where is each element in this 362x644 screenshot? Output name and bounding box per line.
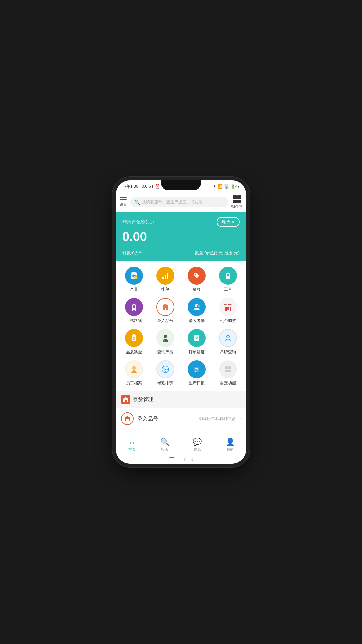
orderprog-label: 订单进度 [189, 349, 205, 355]
home-indicator-back: ‹ [191, 456, 193, 463]
nav-item-mine[interactable]: 👤 我的 [214, 434, 247, 455]
hamburger-icon [120, 197, 127, 201]
speed: 0.0K/s [142, 184, 153, 189]
custom-label: 自定功能 [220, 380, 236, 386]
grid-item-machine[interactable]: TAJIMA 机台调整 [213, 298, 244, 324]
header: 设置 🔍 找绣花版带、查生产进度、找功能 扫条码 [116, 193, 246, 212]
employee-icon [125, 360, 143, 378]
hero-divider [122, 247, 240, 247]
search-icon: 🔍 [134, 200, 140, 205]
time: 下午1:36 [122, 184, 138, 190]
svg-point-27 [227, 335, 229, 338]
hero-top: 昨天产值额(元) 昨天 ▾ [122, 217, 240, 227]
battery-icon: 🔋47 [230, 184, 240, 189]
svg-point-33 [195, 371, 196, 372]
grid-item-schedule[interactable]: 排单 [150, 267, 181, 292]
qr-icon [233, 195, 241, 203]
status-bar: 下午1:36 | 0.0K/s ⏰ ✦ 📶 📡 🔋47 [116, 180, 246, 193]
grid-item-tag[interactable]: 吊牌 [181, 267, 213, 292]
search-placeholder: 找绣花版带、查生产进度、找功能 [142, 199, 202, 205]
search-bar[interactable]: 🔍 找绣花版带、查生产进度、找功能 [130, 197, 228, 207]
grid-item-entermodel[interactable]: 录入品号 [150, 298, 181, 324]
home-indicator-home: □ [181, 456, 185, 463]
attendance-icon [188, 298, 206, 316]
home-nav-label: 首页 [128, 447, 136, 452]
list-item-model-title: 录入品号 [138, 416, 195, 422]
home-nav-icon: ⌂ [130, 438, 134, 446]
signal-icon: 📶 [218, 184, 223, 189]
list-item-model-arrow: › [239, 416, 241, 422]
process-icon [125, 298, 143, 316]
tagquery-icon [219, 329, 237, 347]
qr-button[interactable]: 扫条码 [231, 195, 242, 209]
scroll-content: 昨天产值额(元) 昨天 ▾ 0.00 针数:0万针 数量:0(瑕疵:无 报废:无… [116, 212, 246, 434]
spacer: | [139, 184, 140, 189]
section-icon [121, 395, 130, 404]
report-nav-icon: 🔍 [160, 438, 169, 446]
icon-grid: ¥ 产量 排单 [116, 261, 246, 391]
message-nav-icon: 💬 [193, 438, 202, 446]
svg-rect-23 [133, 334, 135, 336]
quality-icon: ¥ [125, 329, 143, 347]
grid-item-yield[interactable]: ¥ 产量 [118, 267, 150, 292]
attendance-label: 录入考勤 [189, 318, 205, 324]
svg-point-9 [195, 274, 196, 275]
notch [161, 180, 201, 190]
svg-rect-37 [228, 370, 231, 372]
grid-item-workorder[interactable]: 工单 [213, 267, 244, 292]
section-header: 存货管理 [116, 391, 246, 408]
nav-item-home[interactable]: ⌂ 首页 [116, 434, 148, 455]
tag-icon [188, 267, 206, 285]
grid-item-process[interactable]: 工艺路线 [118, 298, 150, 324]
section-title: 存货管理 [133, 396, 153, 403]
svg-rect-36 [225, 370, 228, 372]
grid-item-dailyrpt[interactable]: 生产日报 [181, 360, 213, 386]
grid-item-capacity[interactable]: 查询产能 [150, 329, 181, 355]
hero-stat-needles: 针数:0万针 [122, 250, 143, 256]
grid-item-employee[interactable]: 员工档案 [118, 360, 150, 386]
nav-item-message[interactable]: 💬 信息 [181, 434, 214, 455]
yield-icon: ¥ [125, 267, 143, 285]
home-indicator-menu: ☰ [169, 455, 174, 463]
svg-rect-1 [132, 274, 136, 274]
grid-item-timesheet[interactable]: 考勤排班 [150, 360, 181, 386]
svg-rect-8 [167, 273, 168, 279]
quality-label: 品质奖金 [126, 349, 142, 355]
custom-icon [219, 360, 237, 378]
grid-item-orderprog[interactable]: 订单进度 [181, 329, 213, 355]
machine-icon: TAJIMA [219, 298, 237, 316]
settings-button[interactable]: 设置 [120, 197, 127, 207]
grid-item-attendance[interactable]: 录入考勤 [181, 298, 213, 324]
message-nav-label: 信息 [194, 447, 201, 452]
mine-nav-label: 我的 [226, 447, 234, 452]
period-label: 昨天 [222, 219, 231, 225]
dailyrpt-label: 生产日报 [189, 380, 205, 386]
workorder-icon [219, 267, 237, 285]
svg-rect-12 [227, 275, 229, 276]
period-button[interactable]: 昨天 ▾ [217, 217, 240, 227]
capacity-label: 查询产能 [157, 349, 173, 355]
tag-label: 吊牌 [193, 287, 201, 292]
svg-rect-7 [165, 275, 166, 279]
schedule-icon [156, 267, 174, 285]
list-item-batchno[interactable]: 录入批号 创建材料箱备批次信息 › [116, 430, 246, 434]
list-item-model[interactable]: 录入品号 创建版带和材料信息 › [116, 408, 246, 430]
grid-item-quality[interactable]: ¥ 品质奖金 [118, 329, 150, 355]
grid-item-custom[interactable]: 自定功能 [213, 360, 244, 386]
svg-rect-15 [133, 305, 134, 308]
report-nav-label: 报表 [161, 447, 168, 452]
svg-point-18 [134, 309, 136, 311]
grid-item-tagquery[interactable]: 吊牌查询 [213, 329, 244, 355]
timesheet-label: 考勤排班 [157, 380, 173, 386]
entermodel-label: 录入品号 [157, 318, 173, 324]
yield-label: 产量 [130, 287, 138, 292]
svg-rect-2 [132, 275, 136, 276]
workorder-label: 工单 [224, 287, 232, 292]
status-right: ✦ 📶 📡 🔋47 [213, 184, 240, 189]
hero-stats: 针数:0万针 数量:0(瑕疵:无 报废:无) [122, 250, 240, 256]
nav-item-report[interactable]: 🔍 报表 [148, 434, 181, 455]
status-left: 下午1:36 | 0.0K/s ⏰ [122, 184, 160, 190]
hero-amount: 0.00 [122, 230, 240, 244]
bluetooth-icon: ✦ [213, 184, 216, 189]
dailyrpt-icon [188, 360, 206, 378]
